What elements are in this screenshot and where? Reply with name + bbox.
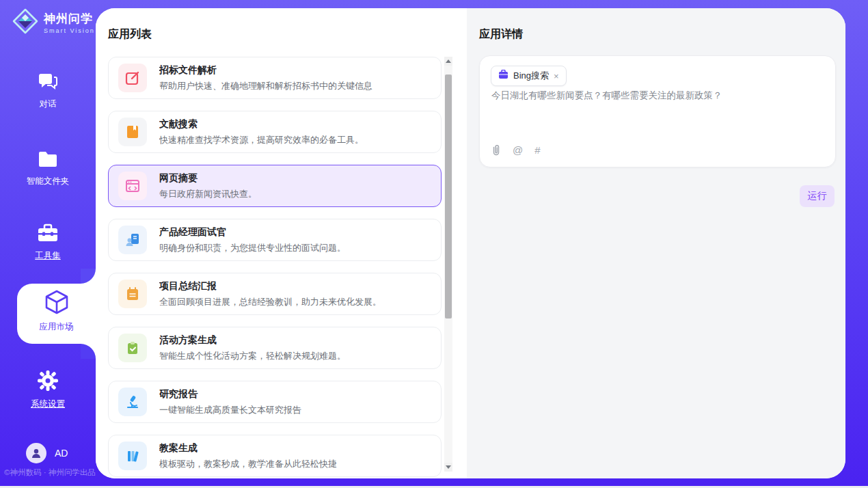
app-card-desc: 每日政府新闻资讯快查。 [159, 188, 257, 200]
app-card-literature-search[interactable]: 文献搜索 快速精准查找学术资源，提高研究效率的必备工具。 [108, 111, 442, 153]
app-card-research-report[interactable]: 研究报告 一键智能生成高质量长文本研究报告 [108, 381, 442, 423]
app-list-panel: 应用列表 招标文件解析 帮助用户快速、准确地理解和解析招标书中的关键信息 [96, 8, 467, 478]
app-card-project-summary[interactable]: 项目总结汇报 全面回顾项目进展，总结经验教训，助力未来优化发展。 [108, 273, 442, 315]
gear-icon [38, 370, 58, 394]
app-card-bid-document-analysis[interactable]: 招标文件解析 帮助用户快速、准确地理解和解析招标书中的关键信息 [108, 57, 442, 99]
tool-chip-label: Bing搜索 [513, 70, 549, 82]
scrollbar-thumb[interactable] [445, 74, 452, 318]
browser-code-icon [118, 172, 147, 200]
app-card-title: 项目总结汇报 [159, 280, 381, 293]
paperclip-icon[interactable] [491, 144, 501, 156]
briefcase-icon [498, 70, 508, 82]
app-detail-title: 应用详情 [479, 27, 523, 42]
bubble-curve-bottom [81, 344, 96, 359]
edit-document-icon [118, 64, 147, 92]
copyright-footer: ©神州数码 · 神州问学出品 [4, 467, 96, 478]
app-card-web-summary[interactable]: 网页摘要 每日政府新闻资讯快查。 [108, 165, 442, 207]
scrollbar-up-arrow[interactable] [444, 57, 452, 66]
app-card-list: 招标文件解析 帮助用户快速、准确地理解和解析招标书中的关键信息 文献搜索 快速精… [108, 57, 442, 478]
chat-icon [38, 72, 58, 94]
avatar[interactable] [26, 443, 46, 463]
sidebar-item-label: 应用市场 [40, 321, 74, 333]
sidebar-item-label: 对话 [40, 98, 57, 110]
sidebar-item-toolkit[interactable]: 工具集 [0, 223, 96, 262]
interviewer-icon [118, 226, 147, 254]
app-card-title: 网页摘要 [159, 172, 257, 185]
at-icon[interactable]: @ [513, 144, 523, 156]
scrollbar-down-arrow[interactable] [444, 463, 452, 472]
close-icon[interactable]: × [554, 72, 559, 81]
sidebar-item-app-market[interactable]: 应用市场 [17, 284, 96, 344]
user-initials: AD [55, 448, 68, 459]
sidebar-item-label: 智能文件夹 [27, 176, 70, 187]
app-card-title: 研究报告 [159, 388, 301, 401]
app-card-event-plan[interactable]: 活动方案生成 智能生成个性化活动方案，轻松解决规划难题。 [108, 327, 442, 369]
calendar-note-icon [118, 280, 147, 308]
run-button[interactable]: 运行 [800, 185, 835, 207]
prompt-input-card[interactable]: Bing搜索 × 今日湖北有哪些新闻要点？有哪些需要关注的最新政策？ @ # [479, 55, 836, 167]
sidebar-item-label: 系统设置 [31, 398, 65, 410]
clipboard-check-icon [118, 334, 147, 362]
app-card-desc: 快速精准查找学术资源，提高研究效率的必备工具。 [159, 134, 364, 146]
bubble-curve-top [81, 269, 96, 284]
app-list-title: 应用列表 [108, 27, 152, 42]
app-card-desc: 全面回顾项目进展，总结经验教训，助力未来优化发展。 [159, 296, 381, 308]
app-card-desc: 模板驱动，教案秒成，教学准备从此轻松快捷 [159, 458, 337, 470]
microscope-icon [118, 388, 147, 416]
book-icon [118, 118, 147, 146]
list-scrollbar[interactable] [444, 57, 452, 472]
app-card-pm-interviewer[interactable]: 产品经理面试官 明确身份和职责，为您提供专业性的面试问题。 [108, 219, 442, 261]
content-area: 应用列表 招标文件解析 帮助用户快速、准确地理解和解析招标书中的关键信息 [96, 8, 845, 478]
app-card-title: 招标文件解析 [159, 64, 372, 77]
app-card-title: 文献搜索 [159, 118, 364, 131]
query-input[interactable]: 今日湖北有哪些新闻要点？有哪些需要关注的最新政策？ [491, 89, 819, 103]
hash-icon[interactable]: # [534, 144, 540, 156]
app-card-title: 产品经理面试官 [159, 226, 346, 239]
sidebar-item-settings[interactable]: 系统设置 [0, 370, 96, 410]
app-card-desc: 帮助用户快速、准确地理解和解析招标书中的关键信息 [159, 80, 372, 92]
tool-chip-bing-search[interactable]: Bing搜索 × [491, 66, 567, 86]
app-card-title: 活动方案生成 [159, 334, 346, 347]
folder-icon [38, 150, 58, 171]
brand-diamond-icon [12, 8, 38, 37]
app-card-lesson-plan[interactable]: 教案生成 模板驱动，教案秒成，教学准备从此轻松快捷 [108, 435, 442, 477]
sidebar-item-smart-folder[interactable]: 智能文件夹 [0, 150, 96, 187]
app-logo: 神州问学 Smart Vision [12, 8, 95, 37]
input-toolbar: @ # [491, 144, 541, 156]
user-account[interactable]: AD [26, 443, 68, 463]
sidebar: 神州问学 Smart Vision 对话 智能文件夹 [0, 0, 96, 486]
app-card-desc: 明确身份和职责，为您提供专业性的面试问题。 [159, 242, 346, 254]
brand-subtitle: Smart Vision [44, 27, 95, 34]
app-detail-panel: 应用详情 Bing搜索 × 今日湖北有哪些新闻要点？有哪些需要关注的最新政策？ [467, 8, 845, 478]
toolbox-icon [37, 223, 59, 245]
cube-icon [44, 289, 69, 318]
app-card-desc: 一键智能生成高质量长文本研究报告 [159, 404, 301, 416]
sidebar-item-chat[interactable]: 对话 [0, 72, 96, 110]
app-card-desc: 智能生成个性化活动方案，轻松解决规划难题。 [159, 350, 346, 362]
sidebar-item-label: 工具集 [35, 250, 61, 262]
app-card-title: 教案生成 [159, 442, 337, 455]
brand-name: 神州问学 [44, 11, 95, 27]
books-icon [118, 442, 147, 470]
